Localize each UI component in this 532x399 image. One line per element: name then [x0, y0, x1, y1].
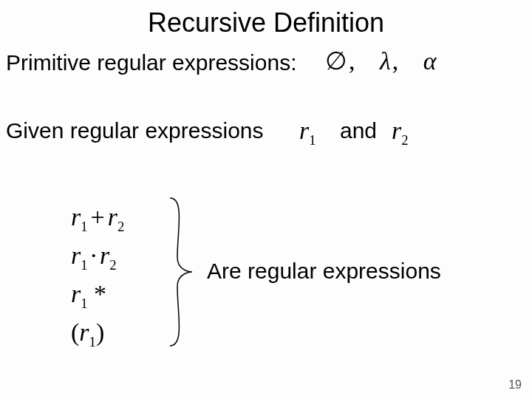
rparen: )	[96, 318, 104, 346]
lambda-symbol: λ	[380, 47, 392, 75]
sub: 1	[89, 334, 96, 349]
sym: r	[79, 318, 89, 346]
plus-op: +	[88, 203, 108, 231]
sym: r	[71, 242, 81, 269]
comma: ,	[392, 47, 400, 75]
empty-set-symbol: ∅	[325, 47, 349, 75]
curly-brace-icon	[163, 191, 200, 353]
page-number: 19	[508, 378, 522, 392]
sym: r	[100, 242, 109, 269]
text-primitive-regex: Primitive regular expressions:	[6, 50, 296, 75]
op-paren: (r1)	[71, 313, 124, 352]
alpha-symbol: α	[423, 47, 438, 75]
star-op: *	[94, 280, 106, 307]
sub: 2	[109, 257, 116, 273]
sub: 2	[117, 219, 124, 234]
text-and: and	[340, 118, 377, 143]
math-r2: r2	[392, 117, 409, 149]
slide-title: Recursive Definition	[0, 7, 532, 38]
sub: 1	[81, 219, 87, 234]
comma: ,	[349, 47, 357, 75]
op-concat: r1·r2	[71, 236, 124, 275]
r1-base: r	[299, 117, 309, 144]
r2-base: r	[392, 117, 401, 144]
text-given-regex: Given regular expressions	[6, 118, 264, 143]
slide: Recursive Definition Primitive regular e…	[0, 0, 532, 399]
op-star: r1 *	[71, 275, 124, 313]
lparen: (	[71, 318, 79, 346]
dot-op: ·	[88, 242, 100, 269]
sub: 1	[81, 257, 87, 273]
text-are-regex: Are regular expressions	[207, 259, 441, 284]
op-union: r1+r2	[71, 198, 124, 236]
r1-sub: 1	[309, 132, 316, 148]
math-r1: r1	[299, 117, 316, 149]
primitive-symbols: ∅, λ, α	[325, 46, 438, 75]
sym: r	[108, 203, 117, 231]
sym: r	[71, 280, 81, 307]
operations-list: r1+r2 r1·r2 r1 * (r1)	[71, 198, 124, 352]
sym: r	[71, 203, 81, 231]
r2-sub: 2	[401, 132, 408, 148]
sub: 1	[81, 296, 87, 311]
